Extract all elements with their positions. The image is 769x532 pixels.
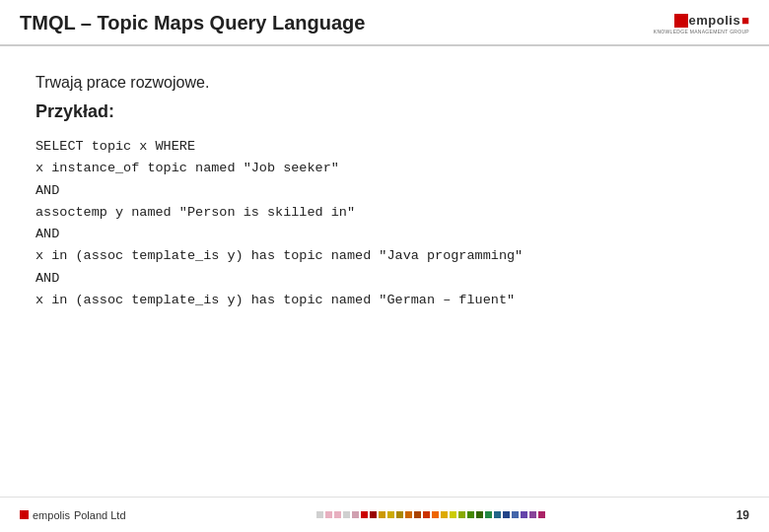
code-line: AND bbox=[35, 268, 734, 290]
logo-text: empolis bbox=[689, 13, 741, 28]
footer-country: Poland Ltd bbox=[74, 509, 126, 521]
color-dot bbox=[521, 511, 527, 518]
example-label: Przykład: bbox=[35, 101, 734, 122]
code-line: assoctemp y named "Person is skilled in" bbox=[35, 202, 734, 224]
code-line: x in (assoc template_is y) has topic nam… bbox=[35, 245, 734, 267]
logo-tagline: KNOWLEDGE MANAGEMENT GROUP bbox=[654, 29, 749, 34]
footer-company-name: empolis bbox=[33, 509, 70, 521]
footer-color-dots bbox=[316, 511, 545, 518]
color-dot bbox=[432, 511, 439, 518]
main-content: Trwają prace rozwojowe. Przykład: SELECT… bbox=[0, 46, 769, 331]
page-title: TMQL – Topic Maps Query Language bbox=[20, 12, 365, 34]
code-line: SELECT topic x WHERE bbox=[35, 136, 734, 158]
code-line: x in (assoc template_is y) has topic nam… bbox=[35, 290, 734, 311]
code-line: AND bbox=[35, 180, 734, 202]
color-dot bbox=[476, 511, 483, 518]
color-dot bbox=[538, 511, 545, 518]
footer: empolis Poland Ltd 19 bbox=[0, 497, 769, 532]
page-number: 19 bbox=[736, 508, 749, 522]
code-line: AND bbox=[35, 224, 734, 245]
color-dot bbox=[325, 511, 332, 518]
color-dot bbox=[352, 511, 359, 518]
color-dot bbox=[370, 511, 377, 518]
color-dot bbox=[503, 511, 510, 518]
color-dot bbox=[396, 511, 403, 518]
code-line: x instance_of topic named "Job seeker" bbox=[35, 158, 734, 179]
color-dot bbox=[361, 511, 368, 518]
logo-accent: ■ bbox=[741, 13, 749, 28]
color-dot bbox=[512, 511, 519, 518]
color-dot bbox=[316, 511, 323, 518]
color-dot bbox=[485, 511, 492, 518]
color-dot bbox=[529, 511, 536, 518]
color-dot bbox=[450, 511, 456, 518]
color-dot bbox=[494, 511, 501, 518]
color-dot bbox=[458, 511, 465, 518]
color-dot bbox=[387, 511, 394, 518]
color-dot bbox=[334, 511, 341, 518]
color-dot bbox=[343, 511, 350, 518]
logo: empolis ■ KNOWLEDGE MANAGEMENT GROUP bbox=[654, 13, 749, 34]
footer-logo-icon bbox=[20, 510, 29, 519]
color-dot bbox=[441, 511, 448, 518]
code-block: SELECT topic x WHEREx instance_of topic … bbox=[35, 136, 734, 311]
color-dot bbox=[414, 511, 421, 518]
color-dot bbox=[467, 511, 474, 518]
subtitle-text: Trwają prace rozwojowe. bbox=[35, 74, 734, 92]
color-dot bbox=[405, 511, 412, 518]
header: TMQL – Topic Maps Query Language empolis… bbox=[0, 0, 769, 46]
color-dot bbox=[379, 511, 385, 518]
logo-red-icon bbox=[674, 14, 688, 28]
footer-company: empolis Poland Ltd bbox=[20, 509, 126, 521]
logo-mark: empolis ■ bbox=[674, 13, 749, 28]
color-dot bbox=[423, 511, 430, 518]
